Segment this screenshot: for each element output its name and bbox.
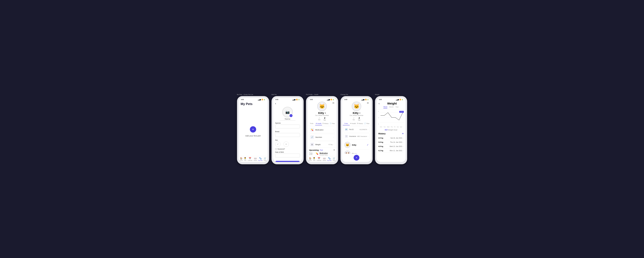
hugo-avatar: 🐶 [344, 151, 350, 154]
vaccines-label: Vaccines [315, 136, 322, 138]
nav-shop[interactable]: 🛒Shop [264, 157, 266, 161]
weight-goal-row: 4.0 Weight Goal [376, 128, 406, 131]
tabs-row4: ℹInfo ⊕Health ☰History 📄Files [342, 122, 371, 126]
nav-calendar[interactable]: 📅Calendar [248, 157, 252, 161]
x-tue: Tue [384, 126, 386, 128]
species-select[interactable]: Cat Dog Rabbit [275, 124, 300, 128]
medication-chevron: › [333, 129, 334, 131]
tab-history4[interactable]: ☰History [356, 122, 363, 125]
battery-icon4: 🔋 [367, 99, 369, 100]
nav-advice3[interactable]: 📖Advice [322, 157, 326, 161]
x-wed: Wed [387, 126, 389, 128]
advice-icon3: 📖 [323, 157, 326, 160]
pet-header: ✏ 🐱 Kitty ▾ Cat | British Shorthair ♂ Se… [308, 101, 336, 122]
x-sat: Sat [397, 126, 399, 128]
weight-tab-year[interactable]: Year [396, 106, 398, 108]
pet-hugo-item[interactable]: 🐶 Hugo [344, 149, 370, 154]
status-icons5: ▂▄▆ 📶 🔋 [396, 99, 403, 100]
screen1-wrapper: My Pets – Empty Pet List 3:03 ▂▄▆ 📶 🔋 My… [237, 94, 269, 164]
breed-input[interactable] [275, 133, 300, 137]
history-add-button[interactable]: + [402, 132, 404, 135]
health-vaccines[interactable]: 💉 Vaccines › [309, 134, 335, 140]
signal-icon5: ▂▄▆ [396, 99, 399, 100]
sex-male-option[interactable]: ♂ [275, 142, 280, 147]
history-section: History + 4.5 kg Sat 16. Jan 2021 › 3.8 … [376, 131, 406, 162]
back-button[interactable]: ‹ [275, 101, 300, 106]
screen1-content: My Pets + Add your first pet! 🏠Home 👨‍⚕️… [238, 101, 268, 162]
health-tab-icon4: ⊕ [350, 122, 352, 124]
nav-mypets[interactable]: 🐾My Pets [258, 157, 262, 161]
nav-home[interactable]: 🏠Home [240, 157, 243, 161]
dob-select[interactable] [275, 154, 300, 158]
tab-info4[interactable]: ℹInfo [343, 122, 350, 125]
add-pet-fab4[interactable]: + [354, 155, 360, 160]
my-pets-title: My Pets [238, 101, 268, 107]
health-medication[interactable]: 💊 Medication › [309, 126, 335, 133]
tab-info[interactable]: ℹInfo [308, 122, 315, 125]
pet-dropdown-arrow4[interactable]: ▾ [360, 112, 360, 114]
calendar-icon: 📅 [249, 157, 251, 160]
hugo-name: Hugo [352, 152, 369, 154]
pet-id-item[interactable]: 🪪 Pet ID A12345678 › [344, 126, 370, 132]
upcoming-title: Upcoming [309, 149, 319, 151]
wifi-icon5: 📶 [400, 99, 401, 100]
add-pet-fab[interactable]: + [250, 126, 256, 132]
vaccines-icon: 💉 [310, 135, 314, 139]
upcoming-add-button[interactable]: + [334, 148, 335, 152]
tab-files4[interactable]: 📄Files [363, 122, 370, 125]
insurance-item[interactable]: 🛡 Insurance ABC Insurance › [344, 133, 370, 139]
status-time4: 3:03 [344, 99, 347, 100]
nav-vets[interactable]: 👨‍⚕️Vets [244, 157, 246, 161]
battery-icon3: 🔋 [332, 99, 334, 100]
nav-calendar3[interactable]: 📅Calendar [316, 157, 322, 161]
pet-id-value: A12345678 [360, 129, 367, 130]
tab-health[interactable]: ⊕Health [315, 122, 322, 125]
pet-breed4: Cat | British Shorthair [350, 114, 363, 116]
pet-name4: Kitty [353, 112, 358, 114]
save-button[interactable]: Save [275, 161, 300, 162]
avatar-upload[interactable]: 📷 + [282, 107, 293, 117]
edit-button[interactable]: ✏ [332, 102, 334, 104]
upcoming-item: Today 14:00 💊 Medication Drontal Feline [309, 152, 335, 156]
weight-tab-week[interactable]: Week [384, 106, 387, 108]
info-tab-icon4: ℹ [344, 122, 345, 124]
y-label-5: 5 [378, 111, 379, 112]
nav-home3[interactable]: 🏠Home [308, 157, 312, 161]
insurance-icon: 🛡 [345, 135, 348, 138]
past-link[interactable]: Past [320, 149, 323, 151]
nav-mypets3[interactable]: 🐾My Pets [327, 157, 332, 161]
weight-back-button[interactable]: ‹ [379, 102, 380, 105]
history-item-3[interactable]: 4.2 kg Mon 11. Jan 2021 › [378, 148, 404, 153]
chart-svg-wrap: 4.5 kg [379, 110, 404, 126]
weight-icon: ⚖ [310, 143, 314, 146]
history-weight-3: 4.2 kg [378, 150, 384, 152]
pet-name-input[interactable] [280, 118, 295, 120]
nav-vets3[interactable]: 👨‍⚕️Vets [313, 157, 316, 161]
history-item-1[interactable]: 3.8 kg Thu 14. Jan 2021 › [378, 140, 404, 144]
health-weight[interactable]: ⚖ Weight 4.5 kg › [309, 141, 335, 147]
nav-advice[interactable]: 📖Advice [254, 157, 257, 161]
edit-button4[interactable]: ✏ [367, 102, 369, 104]
pet-id-left: 🪪 Pet ID [345, 128, 354, 131]
health-tab-icon: ⊕ [316, 122, 317, 124]
history-item-2[interactable]: 4.8 kg Wed 13. Jan 2021 › [378, 144, 404, 148]
status-icons: ▂▄▆ 📶 🔋 [258, 99, 265, 100]
history-item-0[interactable]: 4.5 kg Sat 16. Jan 2021 › [378, 136, 404, 140]
screen4-content: ✏ 🐱 Kitty ▾ Cat | British Shorthair ♂ Se… [342, 101, 371, 162]
pet-kitty-item[interactable]: 🐱 Kitty ✓ [344, 140, 370, 149]
neutered-checkbox[interactable] [275, 148, 277, 150]
sex-female-option[interactable]: ♀ [284, 142, 289, 147]
tab-files[interactable]: 📄Files [329, 122, 336, 125]
tab-history[interactable]: ☰History [322, 122, 329, 125]
history-date-3: Mon 11. Jan 2021 [384, 150, 402, 152]
weight-title: Weight [381, 102, 404, 105]
vaccines-left: 💉 Vaccines [310, 135, 322, 139]
medication-label: Medication [315, 129, 324, 131]
tab-health4[interactable]: ⊕Health [350, 122, 356, 125]
bottom-nav-3: 🏠Home 👨‍⚕️Vets 📅Calendar 📖Advice 🐾My Pet… [308, 156, 336, 162]
breed-group: Breed [275, 131, 300, 138]
status-bar5: 3:03 ▂▄▆ 📶 🔋 [376, 98, 406, 101]
weight-tab-month[interactable]: Month [389, 106, 394, 108]
pet-dropdown-arrow[interactable]: ▾ [325, 112, 326, 114]
nav-shop3[interactable]: 🛒Shop [332, 157, 336, 161]
